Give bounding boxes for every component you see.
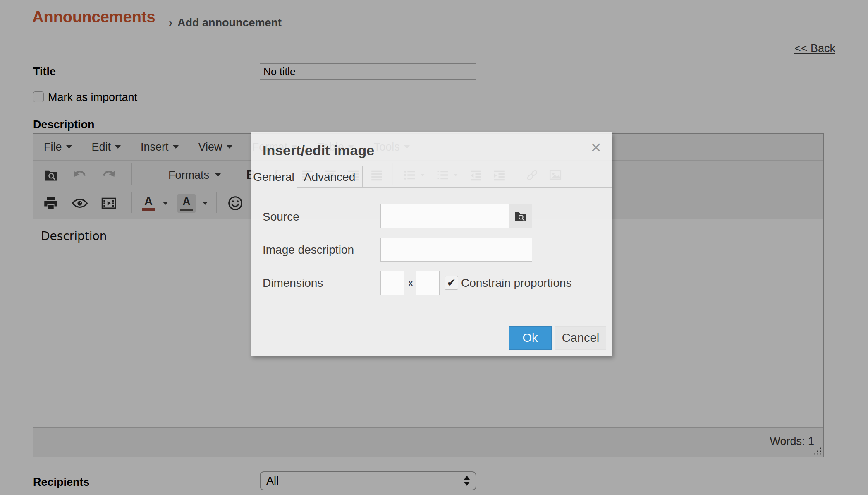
width-input[interactable] (380, 271, 404, 295)
constrain-proportions-label: Constrain proportions (461, 271, 572, 295)
tab-general[interactable]: General (251, 166, 297, 188)
check-icon: ✔ (447, 276, 456, 289)
dialog-title: Insert/edit image (263, 142, 374, 159)
height-input[interactable] (416, 271, 440, 295)
dimensions-separator: x (406, 271, 416, 295)
constrain-proportions-checkbox[interactable]: ✔ (445, 276, 458, 290)
tab-strip-divider (297, 187, 612, 188)
tab-advanced[interactable]: Advanced (297, 166, 363, 188)
source-browse-button[interactable] (509, 204, 532, 228)
folder-search-icon (514, 210, 527, 223)
source-label: Source (263, 210, 299, 223)
ok-button[interactable]: Ok (509, 326, 552, 350)
source-input[interactable] (380, 204, 509, 228)
dimensions-label: Dimensions (263, 276, 323, 290)
footer-divider (251, 317, 612, 317)
image-description-input[interactable] (380, 238, 532, 262)
cancel-button[interactable]: Cancel (555, 326, 606, 350)
close-icon[interactable]: × (591, 138, 601, 156)
image-description-label: Image description (263, 243, 354, 257)
insert-edit-image-dialog: Insert/edit image × General Advanced Sou… (251, 132, 612, 356)
